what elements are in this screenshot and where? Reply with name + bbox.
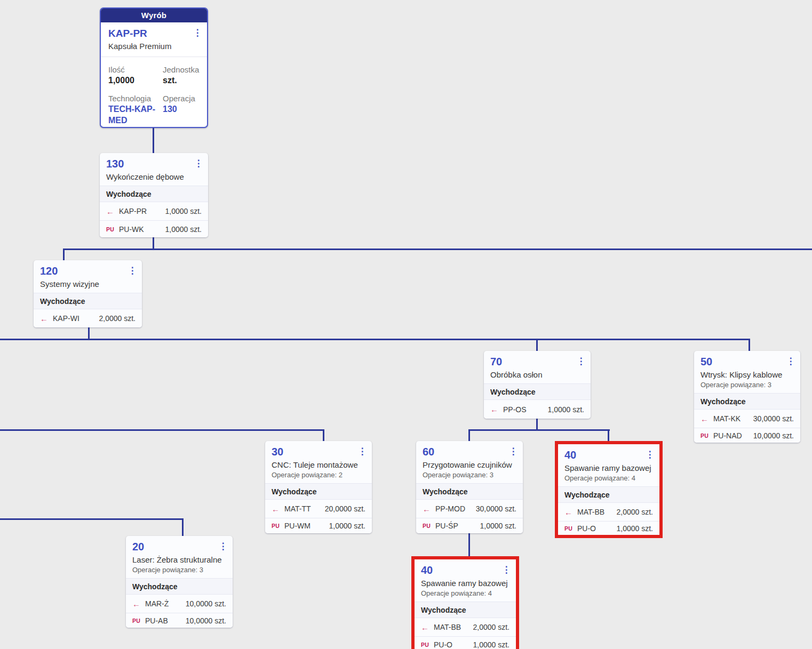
operation-card-120[interactable]: 120 Systemy wizyjne ⋮ Wychodzące ← KAP-W… [34,260,142,327]
connector-line [323,429,324,442]
material-qty: 30,0000 szt. [476,504,516,513]
material-qty: 10,0000 szt. [186,599,226,608]
material-row[interactable]: ← MAT-TT 20,0000 szt. [265,499,372,518]
material-qty: 1,0000 szt. [329,522,366,530]
operation-number: 120 [40,265,136,277]
connector-line [0,429,324,431]
material-code: MAT-TT [284,504,325,513]
pu-badge-icon: PU [564,525,577,532]
outgoing-section-label: Wychodzące [126,578,233,594]
operation-number: 40 [421,564,510,576]
material-code: MAT-KK [713,414,753,423]
operation-number: 60 [423,446,516,458]
material-row[interactable]: PU PU-AB 10,0000 szt. [126,613,233,628]
product-card-header: Wyrób [101,9,207,22]
material-row[interactable]: ← KAP-PR 1,0000 szt. [100,202,208,220]
pu-badge-icon: PU [700,432,713,439]
operation-number: 30 [272,446,365,458]
connector-line [182,518,184,536]
connector-line [468,429,610,431]
material-qty: 1,0000 szt. [473,640,510,649]
linked-operations-label: Operacje powiązane: 4 [421,589,510,598]
qty-label: Ilość [108,65,161,75]
connector-line [153,237,154,250]
material-row[interactable]: PU PU-WK 1,0000 szt. [100,220,208,237]
pu-badge-icon: PU [132,618,145,624]
operation-title: Systemy wizyjne [40,279,136,289]
kebab-menu-icon[interactable]: ⋮ [127,265,138,277]
qty-value: 1,0000 [108,75,161,86]
material-code: PU-WK [119,225,165,234]
linked-operations-label: Operacje powiązane: 3 [132,566,226,574]
kebab-menu-icon[interactable]: ⋮ [644,449,655,461]
technology-value[interactable]: TECH-KAP-MED [108,103,160,126]
pu-badge-icon: PU [421,642,434,648]
operation-title: Spawanie ramy bazowej [564,463,653,473]
operation-card-40-bottom[interactable]: 40 Spawanie ramy bazowej Operacje powiąz… [415,559,516,649]
material-row[interactable]: PU PU-O 1,0000 szt. [415,636,516,649]
kebab-menu-icon[interactable]: ⋮ [193,158,204,170]
material-qty: 1,0000 szt. [165,225,202,234]
material-row[interactable]: ← PP-OS 1,0000 szt. [484,399,591,419]
operation-number: 20 [132,541,226,553]
product-card[interactable]: Wyrób KAP-PR Kapsuła Premium ⋮ Ilość Jed… [100,7,208,128]
linked-operations-label: Operacje powiązane: 2 [272,471,365,479]
incoming-arrow-icon: ← [421,623,434,632]
material-code: PU-WM [284,522,329,530]
material-code: KAP-WI [53,314,99,323]
material-code: PU-AB [145,616,186,625]
operation-card-70[interactable]: 70 Obróbka osłon ⋮ Wychodzące ← PP-OS 1,… [484,351,591,419]
incoming-arrow-icon: ← [423,504,435,514]
connector-line [0,339,750,340]
operation-card-60[interactable]: 60 Przygotowanie czujników Operacje powi… [416,441,523,533]
pu-badge-icon: PU [272,523,284,529]
kebab-menu-icon[interactable]: ⋮ [218,541,228,552]
operation-card-50[interactable]: 50 Wtrysk: Klipsy kablowe Operacje powią… [694,351,800,443]
operation-card-130[interactable]: 130 Wykończenie dębowe ⋮ Wychodzące ← KA… [100,153,208,237]
highlighted-operation-frame: 40 Spawanie ramy bazowej Operacje powiąz… [555,441,663,538]
material-qty: 2,0000 szt. [617,508,654,516]
material-qty: 1,0000 szt. [617,524,654,533]
operation-label: Operacja [163,93,200,103]
kebab-menu-icon[interactable]: ⋮ [508,446,519,458]
connector-line [63,249,812,250]
material-row[interactable]: ← MAR-Ż 10,0000 szt. [126,594,233,613]
material-row[interactable]: PU PU-WM 1,0000 szt. [265,518,372,533]
material-row[interactable]: ← PP-MOD 30,0000 szt. [416,499,523,518]
connector-line [63,249,65,260]
material-qty: 20,0000 szt. [325,504,365,513]
material-qty: 10,0000 szt. [753,431,794,440]
material-code: MAT-BB [577,508,617,516]
incoming-arrow-icon: ← [272,504,284,514]
outgoing-section-label: Wychodzące [34,293,142,309]
material-row[interactable]: ← MAT-KK 30,0000 szt. [694,409,800,428]
unit-label: Jednostka [163,65,200,75]
material-row[interactable]: PU PU-O 1,0000 szt. [558,521,659,535]
kebab-menu-icon[interactable]: ⋮ [576,356,586,367]
kebab-menu-icon[interactable]: ⋮ [357,446,368,458]
material-qty: 2,0000 szt. [99,314,136,323]
incoming-arrow-icon: ← [106,207,119,216]
material-code: PP-OS [503,405,548,414]
incoming-arrow-icon: ← [490,405,503,414]
material-row[interactable]: PU PU-NAD 10,0000 szt. [694,428,800,443]
material-row[interactable]: PU PU-ŚP 1,0000 szt. [416,518,523,533]
material-row[interactable]: ← MAT-BB 2,0000 szt. [415,618,516,636]
material-qty: 1,0000 szt. [165,207,202,215]
operation-title: Spawanie ramy bazowej [421,578,510,588]
material-row[interactable]: ← KAP-WI 2,0000 szt. [34,309,142,327]
operation-card-30[interactable]: 30 CNC: Tuleje montażowe Operacje powiąz… [265,441,372,533]
kebab-menu-icon[interactable]: ⋮ [785,356,796,367]
operation-card-40[interactable]: 40 Spawanie ramy bazowej Operacje powiąz… [558,444,659,535]
operation-card-20[interactable]: 20 Laser: Żebra strukturalne Operacje po… [126,536,233,628]
material-qty: 10,0000 szt. [186,616,226,625]
material-code: PU-O [434,640,473,649]
material-row[interactable]: ← MAT-BB 2,0000 szt. [558,502,659,521]
kebab-menu-icon[interactable]: ⋮ [192,27,203,39]
outgoing-section-label: Wychodzące [558,486,659,502]
kebab-menu-icon[interactable]: ⋮ [501,564,512,576]
operation-value[interactable]: 130 [163,103,200,126]
outgoing-section-label: Wychodzące [415,602,516,618]
material-qty: 1,0000 szt. [548,405,585,414]
outgoing-section-label: Wychodzące [484,383,591,399]
